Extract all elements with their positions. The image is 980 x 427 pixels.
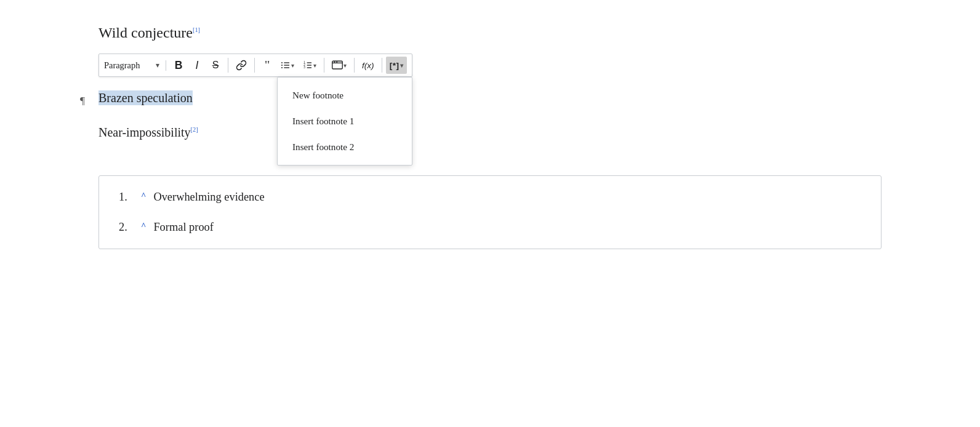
title-footnote-ref: [1] (193, 26, 200, 33)
numbered-list-icon: 1 2 3 (303, 60, 313, 70)
page-wrapper: Wild conjecture[1] Paragraph ▾ B I S (0, 0, 980, 274)
divider-2 (254, 58, 255, 73)
divider-5 (382, 58, 382, 73)
footnote-number-2: 2. (119, 221, 136, 234)
document-title: Wild conjecture[1] (98, 25, 882, 41)
paragraph-style-selector[interactable]: Paragraph ▾ (104, 60, 166, 71)
footnote-caret-1[interactable]: ^ (141, 191, 146, 201)
bold-button[interactable]: B (170, 57, 187, 74)
insert-footnote-2-item[interactable]: Insert footnote 2 (278, 134, 412, 160)
selected-text-span: Brazen speculation (98, 90, 193, 105)
embed-icon (332, 60, 343, 70)
title-text: Wild conjecture (98, 25, 193, 41)
editor-toolbar: Paragraph ▾ B I S " (98, 54, 412, 77)
footnotes-section: 1. ^ Overwhelming evidence 2. ^ Formal p… (98, 175, 882, 249)
svg-point-4 (281, 65, 283, 66)
list-icon (281, 60, 291, 70)
footnote-dropdown: New footnote Insert footnote 1 Insert fo… (277, 77, 412, 166)
list-chevron-icon: ▾ (291, 62, 294, 69)
paragraph-style-label: Paragraph (104, 60, 153, 71)
footnote-chevron-icon: ▾ (400, 62, 404, 69)
footnote-item-1: 1. ^ Overwhelming evidence (119, 191, 861, 204)
numbered-list-chevron-icon: ▾ (313, 62, 316, 69)
editor-line-2[interactable]: Near-impossibility[2] (98, 122, 882, 142)
line-2-footnote-ref: [2] (191, 126, 198, 133)
divider-3 (324, 58, 324, 73)
line-2-text: Near-impossibility (98, 126, 191, 139)
list-button[interactable]: ▾ (277, 57, 298, 74)
svg-point-3 (281, 62, 283, 63)
link-button[interactable] (232, 57, 251, 74)
embed-button[interactable]: ▾ (328, 57, 350, 74)
divider-1 (228, 58, 228, 73)
footnote-number-1: 1. (119, 191, 136, 204)
footnote-item-2: 2. ^ Formal proof (119, 221, 861, 234)
footnote-text-2: Formal proof (153, 221, 214, 234)
formula-button[interactable]: f(x) (358, 57, 378, 74)
toolbar-anchor: Paragraph ▾ B I S " (98, 54, 412, 77)
new-footnote-item[interactable]: New footnote (278, 82, 412, 108)
footnote-icon-label: [*] (390, 61, 400, 70)
paragraph-mark: ¶ (80, 92, 85, 109)
paragraph-chevron-icon: ▾ (156, 61, 159, 70)
footnote-caret-2[interactable]: ^ (141, 221, 146, 231)
strikethrough-button[interactable]: S (207, 57, 224, 74)
numbered-list-button[interactable]: 1 2 3 ▾ (299, 57, 320, 74)
embed-chevron-icon: ▾ (343, 62, 347, 69)
italic-button[interactable]: I (188, 57, 206, 74)
editor-content: ¶ Brazen speculation Near-impossibility[… (98, 82, 882, 163)
footnote-button[interactable]: [*] ▾ (386, 57, 407, 74)
insert-footnote-1-item[interactable]: Insert footnote 1 (278, 108, 412, 134)
svg-point-5 (281, 67, 283, 68)
svg-text:3: 3 (303, 66, 305, 69)
svg-rect-12 (332, 61, 343, 69)
editor-line-1[interactable]: ¶ Brazen speculation (98, 88, 882, 108)
quote-button[interactable]: " (259, 57, 276, 74)
link-icon (236, 60, 247, 71)
divider-4 (354, 58, 355, 73)
footnote-text-1: Overwhelming evidence (153, 191, 264, 204)
